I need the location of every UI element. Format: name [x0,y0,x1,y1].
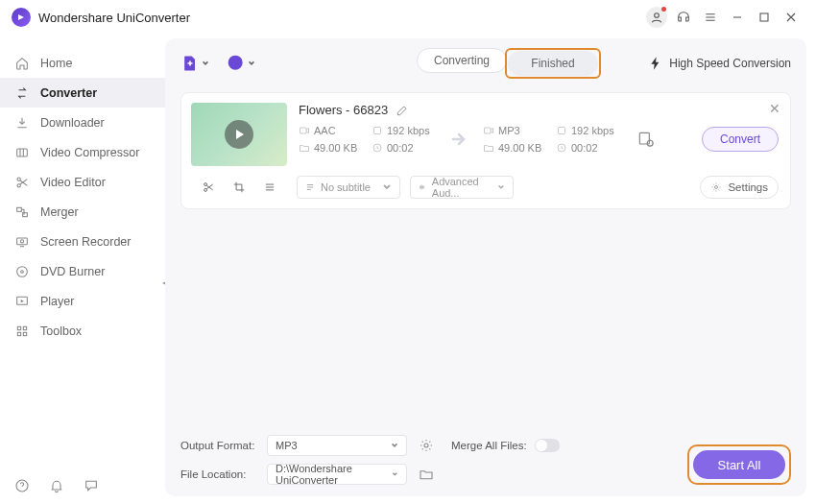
titlebar: Wondershare UniConverter [0,0,816,35]
sidebar-item-label: Toolbox [40,324,82,338]
bell-icon[interactable] [48,477,65,494]
settings-button[interactable]: Settings [700,176,779,199]
scissors-icon [13,175,31,190]
dst-duration: 00:02 [571,142,598,154]
svg-rect-22 [559,128,565,134]
svg-rect-7 [17,238,28,245]
sidebar-item-label: Player [40,295,74,308]
minimize-icon[interactable] [724,4,751,31]
sidebar-item-toolbox[interactable]: Toolbox [0,316,165,346]
sidebar-item-label: Home [40,57,72,70]
svg-rect-19 [374,128,381,134]
compressor-icon [13,145,31,160]
crop-icon[interactable] [232,180,246,194]
merge-label: Merge All Files: [451,440,527,451]
svg-rect-18 [300,128,307,133]
sidebar-item-home[interactable]: Home [0,48,165,78]
more-icon[interactable] [263,180,276,194]
highlight-finished: Finished [505,48,601,79]
play-icon[interactable] [225,120,253,149]
edit-icon[interactable] [396,104,409,117]
app-title: Wondershare UniConverter [38,11,190,25]
thumbnail[interactable] [191,103,287,166]
sidebar-item-downloader[interactable]: Downloader [0,108,165,137]
folder-icon [299,142,310,154]
home-icon [13,56,31,71]
output-format-label: Output Format: [180,440,257,451]
src-codec: AAC [314,125,336,136]
svg-point-0 [655,13,660,18]
highlight-start: Start All [687,444,791,485]
src-bitrate: 192 kbps [387,125,430,136]
bitrate-icon [556,125,567,136]
tab-finished[interactable]: Finished [508,51,598,76]
merger-icon [13,204,31,220]
disc-icon [13,264,31,279]
svg-rect-2 [17,149,28,156]
merge-toggle[interactable] [535,439,560,452]
sidebar-item-recorder[interactable]: Screen Recorder [0,227,165,256]
close-icon[interactable] [778,4,804,31]
sidebar-item-converter[interactable]: Converter [0,78,165,108]
chevron-down-icon [497,182,505,192]
output-format-select[interactable]: MP3 [267,435,407,456]
convert-button[interactable]: Convert [702,127,779,152]
svg-rect-12 [17,326,20,329]
recorder-icon [13,234,31,250]
sidebar-item-compressor[interactable]: Video Compressor [0,137,165,167]
svg-point-9 [17,266,28,276]
video-icon [483,125,494,136]
dst-size: 49.00 KB [498,142,541,154]
support-icon[interactable] [670,4,697,31]
converter-icon [13,85,31,101]
format-settings-icon[interactable] [417,436,436,455]
svg-rect-15 [23,332,26,335]
player-icon [13,294,31,309]
file-card: ✕ Flowers - 66823 AAC 49.00 KB [180,92,791,209]
trim-icon[interactable] [202,180,215,194]
high-speed-toggle[interactable]: High Speed Conversion [648,56,791,71]
menu-icon[interactable] [697,4,724,31]
sidebar-item-label: Video Compressor [40,146,139,159]
bolt-icon [648,56,663,71]
video-icon [299,125,310,136]
sidebar-item-label: Video Editor [40,176,106,189]
subtitle-select[interactable]: No subtitle [297,176,400,199]
sidebar-item-label: Downloader [40,116,105,130]
maximize-icon[interactable] [751,4,778,31]
src-size: 49.00 KB [314,142,357,154]
tab-converting[interactable]: Converting [417,48,507,73]
svg-point-25 [647,140,653,146]
open-folder-icon[interactable] [417,465,436,484]
svg-rect-5 [17,207,22,211]
notification-dot-icon [661,7,666,12]
audio-select[interactable]: Advanced Aud... [410,176,514,199]
sidebar-item-merger[interactable]: Merger [0,197,165,227]
sidebar-item-dvd[interactable]: DVD Burner [0,256,165,286]
arrow-icon [446,127,471,152]
remove-file-icon[interactable]: ✕ [769,101,780,116]
svg-rect-6 [23,212,28,216]
sidebar-item-label: Converter [40,86,97,100]
sidebar-item-player[interactable]: Player [0,286,165,316]
start-all-button[interactable]: Start All [693,450,785,479]
chevron-down-icon [392,470,398,478]
account-icon[interactable] [643,4,670,31]
svg-point-10 [21,270,24,273]
file-location-label: File Location: [180,468,257,480]
output-settings-icon[interactable] [635,128,658,151]
sidebar-item-editor[interactable]: Video Editor [0,167,165,197]
svg-rect-14 [17,332,20,335]
subtitle-icon [305,182,315,192]
svg-point-8 [20,239,23,242]
bitrate-icon [372,125,383,136]
file-location-select[interactable]: D:\Wondershare UniConverter [267,464,407,485]
svg-rect-21 [485,128,492,133]
sidebar-item-label: Screen Recorder [40,235,132,249]
folder-icon [483,142,494,154]
help-icon[interactable] [13,477,31,494]
gear-icon [710,181,722,193]
add-url-button[interactable] [227,54,255,73]
add-file-button[interactable] [180,54,209,73]
feedback-icon[interactable] [83,477,100,494]
